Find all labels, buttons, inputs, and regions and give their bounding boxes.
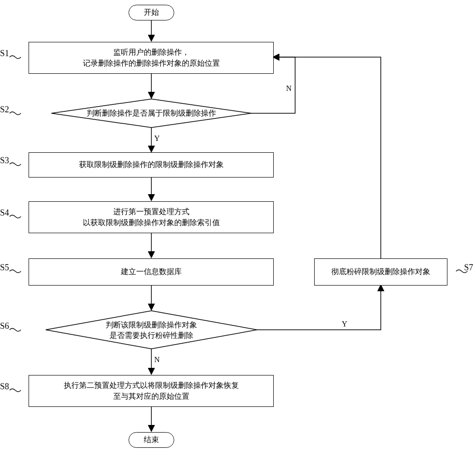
process-s3: 获取限制级删除操作的限制级删除操作对象	[29, 152, 274, 178]
s5-text: 建立一信息数据库	[121, 267, 182, 277]
s8-line2: 至与其对应的原始位置	[64, 391, 239, 402]
terminator-end: 结束	[129, 432, 174, 448]
s1-line2: 记录删除操作的删除操作对象的原始位置	[83, 58, 220, 69]
s3-text: 获取限制级删除操作的限制级删除操作对象	[79, 159, 224, 170]
flowchart-canvas: 开始 结束 监听用户的删除操作， 记录删除操作的删除操作对象的原始位置 判断删除…	[0, 0, 476, 464]
step-label-s7: S7	[464, 263, 473, 272]
s4-line2: 以获取限制级删除操作对象的删除索引值	[83, 217, 220, 228]
step-label-s5: S5	[0, 263, 9, 272]
edge-s2-no: N	[286, 85, 292, 92]
process-s5: 建立一信息数据库	[29, 258, 274, 286]
step-label-s4: S4	[0, 208, 9, 217]
step-label-s1: S1	[0, 49, 9, 58]
s6-line1: 判断该限制级删除操作对象	[95, 320, 208, 330]
process-s8: 执行第二预置处理方式以将限制级删除操作对象恢复 至与其对应的原始位置	[29, 375, 274, 407]
edge-s6-no: N	[154, 356, 160, 364]
step-label-s6: S6	[0, 322, 9, 330]
process-s4: 进行第一预置处理方式 以获取限制级删除操作对象的删除索引值	[29, 201, 274, 233]
end-label: 结束	[144, 434, 159, 445]
decision-s2-text: 判断删除操作是否属于限制级删除操作	[79, 109, 224, 117]
s7-text: 彻底粉碎限制级删除操作对象	[331, 267, 430, 277]
step-label-s3: S3	[0, 156, 9, 165]
process-s7: 彻底粉碎限制级删除操作对象	[314, 258, 447, 286]
process-s1: 监听用户的删除操作， 记录删除操作的删除操作对象的原始位置	[29, 42, 274, 74]
s6-line2: 是否需要执行粉碎性删除	[95, 330, 208, 341]
start-label: 开始	[144, 7, 159, 18]
terminator-start: 开始	[129, 5, 174, 20]
edge-s2-yes: Y	[154, 135, 160, 142]
step-label-s2: S2	[0, 105, 9, 114]
s4-line1: 进行第一预置处理方式	[83, 207, 220, 217]
decision-s6-text: 判断该限制级删除操作对象 是否需要执行粉碎性删除	[95, 320, 208, 340]
step-label-s8: S8	[0, 382, 9, 391]
s1-line1: 监听用户的删除操作，	[83, 47, 220, 58]
edge-s6-yes: Y	[342, 320, 347, 328]
s8-line1: 执行第二预置处理方式以将限制级删除操作对象恢复	[64, 380, 239, 391]
